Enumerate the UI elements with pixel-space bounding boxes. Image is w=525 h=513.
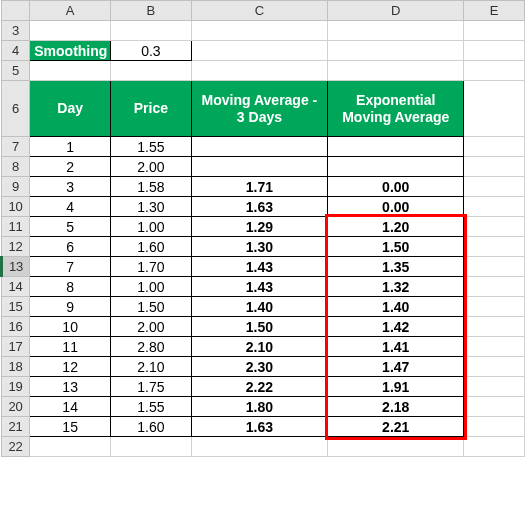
col-header-A[interactable]: A (30, 1, 111, 21)
cell-ema[interactable]: 2.18 (328, 397, 464, 417)
cell-price[interactable]: 1.30 (111, 197, 192, 217)
cell-day[interactable]: 2 (30, 157, 111, 177)
cell[interactable] (30, 21, 111, 41)
cell-day[interactable]: 11 (30, 337, 111, 357)
cell-day[interactable]: 14 (30, 397, 111, 417)
cell-price[interactable]: 1.50 (111, 297, 192, 317)
row-header[interactable]: 17 (2, 337, 30, 357)
cell[interactable] (464, 21, 525, 41)
cell-price[interactable]: 1.70 (111, 257, 192, 277)
cell-ema[interactable]: 1.40 (328, 297, 464, 317)
cell[interactable] (464, 41, 525, 61)
col-header-E[interactable]: E (464, 1, 525, 21)
cell-ema[interactable]: 1.91 (328, 377, 464, 397)
cell-price[interactable]: 1.55 (111, 397, 192, 417)
cell-day[interactable]: 3 (30, 177, 111, 197)
row-header[interactable]: 12 (2, 237, 30, 257)
cell-ma[interactable]: 2.10 (191, 337, 327, 357)
cell[interactable] (191, 41, 327, 61)
cell-ma[interactable]: 1.71 (191, 177, 327, 197)
row-header[interactable]: 22 (2, 437, 30, 457)
cell-price[interactable]: 1.58 (111, 177, 192, 197)
cell[interactable] (464, 237, 525, 257)
cell-price[interactable]: 2.00 (111, 157, 192, 177)
cell[interactable] (464, 397, 525, 417)
header-day[interactable]: Day (30, 81, 111, 137)
cell-ema[interactable] (328, 157, 464, 177)
cell[interactable] (191, 61, 327, 81)
cell[interactable] (464, 257, 525, 277)
row-header[interactable]: 14 (2, 277, 30, 297)
row-header[interactable]: 6 (2, 81, 30, 137)
smoothing-label[interactable]: Smoothing (30, 41, 111, 61)
cell-ma[interactable] (191, 157, 327, 177)
cell[interactable] (464, 61, 525, 81)
cell[interactable] (464, 437, 525, 457)
cell[interactable] (464, 297, 525, 317)
col-header-B[interactable]: B (111, 1, 192, 21)
cell-ema[interactable]: 0.00 (328, 177, 464, 197)
cell-ema[interactable]: 1.35 (328, 257, 464, 277)
cell[interactable] (328, 41, 464, 61)
cell-day[interactable]: 12 (30, 357, 111, 377)
row-header[interactable]: 5 (2, 61, 30, 81)
row-header[interactable]: 19 (2, 377, 30, 397)
cell[interactable] (111, 61, 192, 81)
cell[interactable] (464, 377, 525, 397)
cell[interactable] (464, 337, 525, 357)
cell-price[interactable]: 1.55 (111, 137, 192, 157)
cell[interactable] (111, 21, 192, 41)
smoothing-value[interactable]: 0.3 (111, 41, 192, 61)
cell-price[interactable]: 2.00 (111, 317, 192, 337)
cell-ema[interactable]: 0.00 (328, 197, 464, 217)
cell-ma[interactable]: 1.30 (191, 237, 327, 257)
cell[interactable] (191, 437, 327, 457)
cell[interactable] (464, 277, 525, 297)
row-header[interactable]: 13 (2, 257, 30, 277)
cell[interactable] (464, 417, 525, 437)
row-header[interactable]: 15 (2, 297, 30, 317)
cell[interactable] (328, 61, 464, 81)
row-header[interactable]: 16 (2, 317, 30, 337)
cell-day[interactable]: 13 (30, 377, 111, 397)
cell-ma[interactable]: 2.30 (191, 357, 327, 377)
cell[interactable] (464, 217, 525, 237)
cell[interactable] (464, 317, 525, 337)
cell-price[interactable]: 2.10 (111, 357, 192, 377)
cell-ema[interactable]: 2.21 (328, 417, 464, 437)
corner-cell[interactable] (2, 1, 30, 21)
grid[interactable]: A B C D E 3 4 Smoothing 0.3 5 6 Day Pric… (0, 0, 525, 457)
header-ema[interactable]: Exponential Moving Average (328, 81, 464, 137)
cell-ma[interactable]: 1.80 (191, 397, 327, 417)
cell-price[interactable]: 1.00 (111, 277, 192, 297)
row-header[interactable]: 4 (2, 41, 30, 61)
row-header[interactable]: 18 (2, 357, 30, 377)
row-header[interactable]: 7 (2, 137, 30, 157)
cell-day[interactable]: 4 (30, 197, 111, 217)
cell-ma[interactable]: 1.29 (191, 217, 327, 237)
cell-ma[interactable]: 2.22 (191, 377, 327, 397)
col-header-D[interactable]: D (328, 1, 464, 21)
cell-ma[interactable]: 1.40 (191, 297, 327, 317)
row-header[interactable]: 9 (2, 177, 30, 197)
cell[interactable] (464, 357, 525, 377)
cell[interactable] (464, 197, 525, 217)
cell-price[interactable]: 1.00 (111, 217, 192, 237)
cell-ema[interactable]: 1.41 (328, 337, 464, 357)
cell[interactable] (464, 137, 525, 157)
cell[interactable] (30, 61, 111, 81)
row-header[interactable]: 3 (2, 21, 30, 41)
cell-day[interactable]: 15 (30, 417, 111, 437)
cell[interactable] (30, 437, 111, 457)
row-header[interactable]: 20 (2, 397, 30, 417)
row-header[interactable]: 8 (2, 157, 30, 177)
cell-ema[interactable]: 1.47 (328, 357, 464, 377)
cell[interactable] (328, 437, 464, 457)
cell-day[interactable]: 1 (30, 137, 111, 157)
cell-ema[interactable]: 1.50 (328, 237, 464, 257)
row-header[interactable]: 10 (2, 197, 30, 217)
cell-ema[interactable]: 1.20 (328, 217, 464, 237)
cell-ema[interactable]: 1.32 (328, 277, 464, 297)
cell-price[interactable]: 1.60 (111, 237, 192, 257)
cell-day[interactable]: 7 (30, 257, 111, 277)
